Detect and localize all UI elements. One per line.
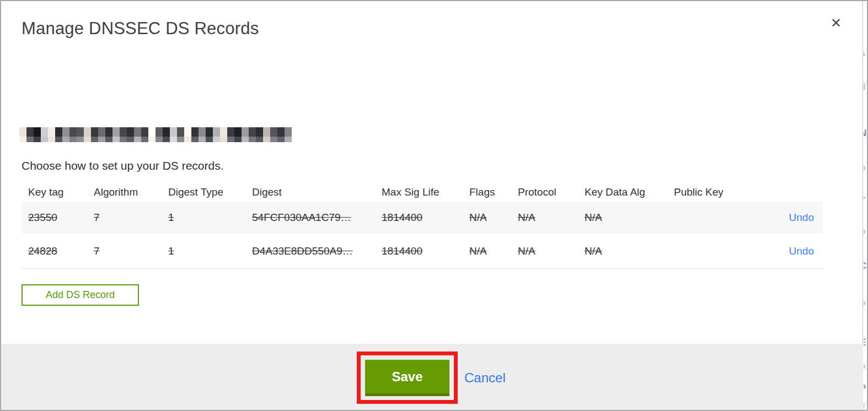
redaction-pixel — [156, 127, 163, 137]
save-button[interactable]: Save — [365, 360, 449, 396]
redaction-pixel — [98, 127, 105, 137]
redaction-pixel — [127, 127, 134, 137]
table-row: 235507154FCF030AA1C79…1814400N/AN/AN/AUn… — [22, 202, 823, 234]
column-header: Algorithm — [94, 186, 168, 198]
background-text-fragment: o — [864, 298, 865, 309]
redacted-pixel-row — [19, 137, 292, 142]
redaction-pixel — [77, 137, 84, 142]
background-text-fragment: L — [864, 190, 865, 201]
cell-algorithm: 7 — [94, 245, 168, 257]
redaction-pixel — [77, 127, 84, 137]
redaction-pixel — [263, 127, 270, 137]
redaction-pixel — [55, 137, 62, 142]
modal-title: Manage DNSSEC DS Records — [22, 19, 259, 39]
undo-link[interactable]: Undo — [775, 245, 814, 257]
cell-key-data-alg: N/A — [585, 212, 674, 224]
cell-key-data-alg: N/A — [585, 245, 674, 257]
cell-key-tag: 24828 — [28, 245, 94, 257]
redaction-pixel — [134, 127, 141, 137]
redaction-pixel — [41, 127, 48, 137]
redaction-pixel — [199, 127, 206, 137]
redaction-pixel — [141, 127, 148, 137]
redaction-pixel — [256, 137, 263, 142]
undo-link[interactable]: Undo — [775, 212, 814, 224]
redaction-pixel — [41, 137, 48, 142]
redaction-pixel — [105, 127, 112, 137]
redacted-domain-name — [19, 127, 292, 142]
cell-protocol: N/A — [518, 212, 585, 224]
redaction-pixel — [120, 127, 127, 137]
column-header: Key tag — [28, 186, 94, 198]
redaction-pixel — [127, 137, 134, 142]
redaction-pixel — [199, 137, 206, 142]
redaction-pixel — [170, 137, 177, 142]
cell-digest-type: 1 — [168, 245, 252, 257]
close-icon[interactable]: ✕ — [827, 14, 845, 32]
redaction-pixel — [270, 137, 277, 142]
redaction-pixel — [213, 127, 220, 137]
redaction-pixel — [242, 137, 249, 142]
redaction-pixel — [98, 137, 105, 142]
cell-key-tag: 23550 — [28, 212, 94, 224]
redaction-pixel — [163, 127, 170, 137]
background-text-fragment: P — [864, 383, 866, 394]
background-text-fragment: C — [864, 261, 866, 272]
redaction-pixel — [26, 137, 34, 142]
redaction-pixel — [234, 127, 242, 137]
redaction-pixel — [170, 127, 177, 137]
redaction-pixel — [112, 127, 120, 137]
background-text-fragment: E — [864, 337, 866, 348]
column-header: Protocol — [518, 186, 585, 198]
redaction-pixel — [263, 137, 270, 142]
redaction-pixel — [48, 127, 55, 137]
redaction-pixel — [177, 137, 184, 142]
redaction-pixel — [163, 137, 170, 142]
cell-digest: 54FCF030AA1C79… — [252, 212, 382, 224]
redaction-pixel — [227, 137, 234, 142]
table-row: 2482871D4A33E8DD550A9…1814400N/AN/AN/AUn… — [22, 234, 823, 269]
screenshot-frame: Manage DNSSEC DS Records ✕ Choose how to… — [0, 0, 868, 411]
redaction-pixel — [34, 127, 41, 137]
redaction-pixel — [26, 127, 34, 137]
column-header: Digest — [252, 186, 382, 198]
redaction-pixel — [34, 137, 41, 142]
cell-max-sig-life: 1814400 — [382, 212, 469, 224]
redaction-pixel — [84, 127, 91, 137]
redacted-pixel-row — [19, 127, 292, 137]
redaction-pixel — [285, 127, 292, 137]
background-page-sliver: sdNoLoCoEoPJ — [864, 1, 868, 410]
redaction-pixel — [84, 137, 91, 142]
instruction-text: Choose how to set up your DS records. — [22, 159, 224, 172]
background-text-fragment: o — [864, 226, 865, 237]
redaction-pixel — [177, 127, 184, 137]
cancel-link[interactable]: Cancel — [464, 369, 506, 387]
redaction-pixel — [91, 137, 98, 142]
manage-dnssec-modal: Manage DNSSEC DS Records ✕ Choose how to… — [1, 1, 863, 410]
redaction-pixel — [277, 127, 285, 137]
redaction-pixel — [19, 127, 26, 137]
background-text-fragment: J — [864, 401, 865, 410]
add-ds-record-button[interactable]: Add DS Record — [22, 284, 139, 306]
redaction-pixel — [62, 127, 69, 137]
redaction-pixel — [184, 127, 191, 137]
redaction-pixel — [120, 137, 127, 142]
column-header: Max Sig Life — [382, 186, 469, 198]
redaction-pixel — [277, 137, 285, 142]
table-header-row: Key tagAlgorithmDigest TypeDigestMax Sig… — [22, 183, 823, 202]
table-body: 235507154FCF030AA1C79…1814400N/AN/AN/AUn… — [22, 202, 823, 269]
redaction-pixel — [141, 137, 148, 142]
redaction-pixel — [191, 137, 199, 142]
cell-flags: N/A — [469, 245, 518, 257]
redaction-pixel — [256, 127, 263, 137]
redaction-pixel — [91, 127, 98, 137]
redaction-pixel — [249, 137, 256, 142]
cell-algorithm: 7 — [94, 212, 168, 224]
column-header: Flags — [469, 186, 518, 198]
redaction-pixel — [206, 137, 213, 142]
redaction-pixel — [148, 137, 156, 142]
redaction-pixel — [105, 137, 112, 142]
redaction-pixel — [227, 127, 234, 137]
redaction-pixel — [156, 137, 163, 142]
background-text-fragment: o — [864, 163, 865, 174]
redaction-pixel — [220, 137, 227, 142]
